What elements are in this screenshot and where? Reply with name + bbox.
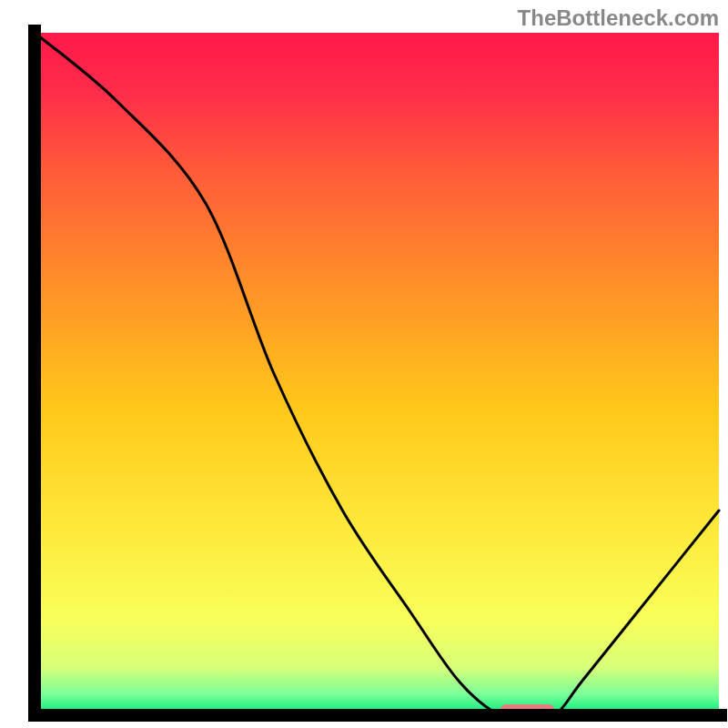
chart-container: TheBottleneck.com <box>0 0 728 728</box>
bottleneck-chart <box>0 0 728 728</box>
watermark-text: TheBottleneck.com <box>518 5 719 31</box>
plot-background <box>35 33 719 715</box>
